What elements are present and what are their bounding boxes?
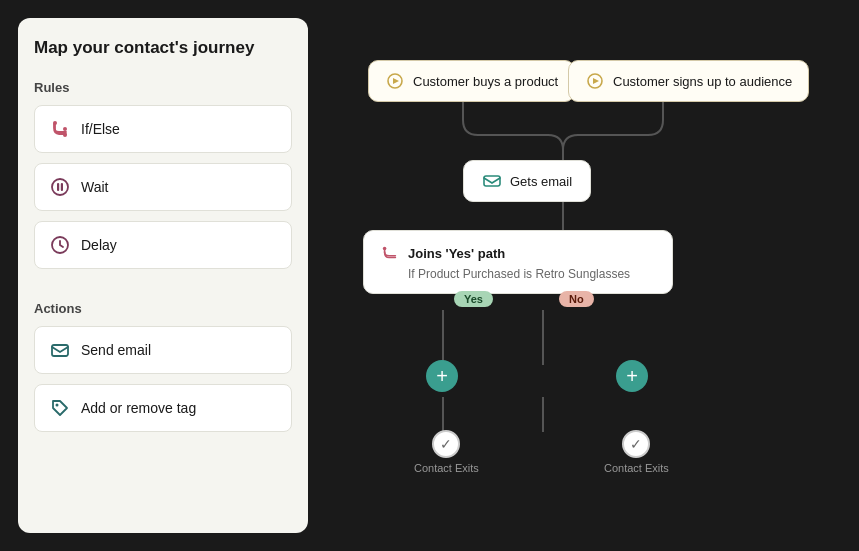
svg-point-8 [56,404,59,407]
exit-check-left: ✓ [432,430,460,458]
svg-marker-10 [393,78,399,84]
add-remove-tag-action[interactable]: Add or remove tag [34,384,292,432]
svg-rect-7 [52,345,68,356]
add-button-no-path[interactable]: + [616,360,648,392]
actions-section-label: Actions [34,301,292,316]
trigger-2-label: Customer signs up to audience [613,74,792,89]
ifelse-sublabel: If Product Purchased is Retro Sunglasses [380,267,656,281]
exit-label-left: Contact Exits [414,462,479,474]
branch-icon [49,118,71,140]
exit-right: ✓ Contact Exits [604,430,669,474]
trigger-customer-signup[interactable]: Customer signs up to audience [568,60,809,102]
svg-marker-12 [593,78,599,84]
if-else-label: If/Else [81,121,120,137]
email-node-icon [482,171,502,191]
send-email-label: Send email [81,342,151,358]
wait-rule[interactable]: Wait [34,163,292,211]
trigger-icon-2 [585,71,605,91]
no-badge: No [559,291,594,307]
add-button-yes-path[interactable]: + [426,360,458,392]
trigger-1-label: Customer buys a product [413,74,558,89]
actions-section: Actions Send email Add or remove tag [34,297,292,432]
ifelse-header: Joins 'Yes' path [380,243,656,263]
yes-badge: Yes [454,291,493,307]
svg-point-3 [52,179,68,195]
tag-icon [49,397,71,419]
pause-icon [49,176,71,198]
exit-left: ✓ Contact Exits [414,430,479,474]
exit-check-right: ✓ [622,430,650,458]
svg-rect-5 [61,183,63,191]
trigger-icon-1 [385,71,405,91]
gets-email-label: Gets email [510,174,572,189]
if-else-rule[interactable]: If/Else [34,105,292,153]
ifelse-label: Joins 'Yes' path [408,246,505,261]
clock-icon [49,234,71,256]
svg-point-1 [63,127,67,131]
send-email-action[interactable]: Send email [34,326,292,374]
sidebar-title: Map your contact's journey [34,38,292,58]
ifelse-node[interactable]: Joins 'Yes' path If Product Purchased is… [363,230,673,294]
exit-label-right: Contact Exits [604,462,669,474]
svg-rect-4 [57,183,59,191]
delay-label: Delay [81,237,117,253]
svg-point-14 [383,247,387,251]
flow-canvas: Customer buys a product Customer signs u… [308,0,859,551]
gets-email-node[interactable]: Gets email [463,160,591,202]
rules-section-label: Rules [34,80,292,95]
email-icon [49,339,71,361]
ifelse-node-icon [380,243,400,263]
wait-label: Wait [81,179,108,195]
sidebar: Map your contact's journey Rules If/Else… [18,18,308,533]
svg-rect-13 [484,176,500,186]
trigger-customer-buys[interactable]: Customer buys a product [368,60,575,102]
add-remove-tag-label: Add or remove tag [81,400,196,416]
delay-rule[interactable]: Delay [34,221,292,269]
